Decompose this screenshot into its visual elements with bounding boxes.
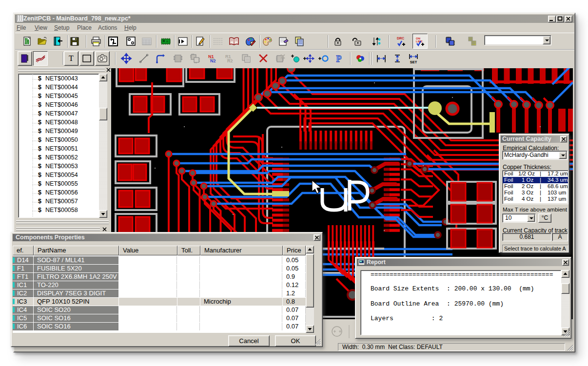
svg-text:T: T	[69, 54, 74, 62]
svg-text:P: P	[336, 54, 342, 64]
svg-text:SET: SET	[410, 60, 417, 64]
svg-text:DRC: DRC	[397, 37, 404, 40]
svg-text:LINE: LINE	[416, 40, 423, 43]
